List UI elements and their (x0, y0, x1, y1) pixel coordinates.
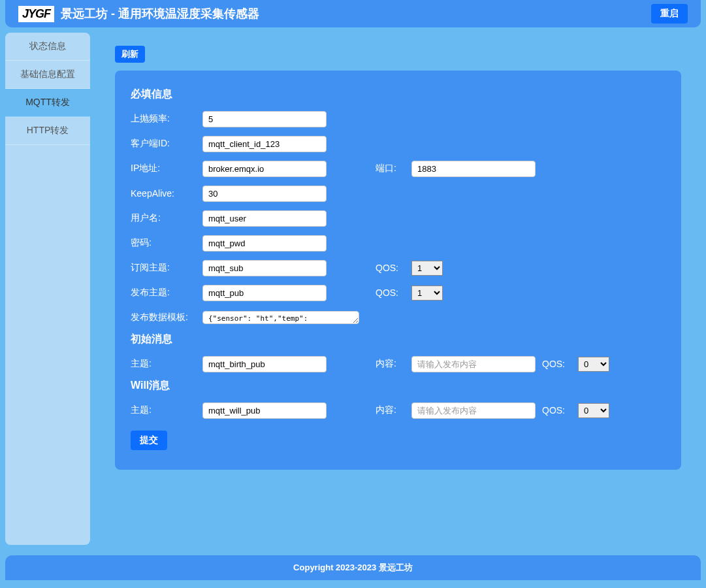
refresh-button[interactable]: 刷新 (115, 46, 145, 63)
reboot-button[interactable]: 重启 (651, 4, 688, 24)
client-id-input[interactable] (202, 136, 327, 152)
label-ip: IP地址: (131, 163, 196, 174)
will-qos-select[interactable]: 012 (578, 403, 609, 418)
upload-freq-input[interactable] (202, 111, 327, 127)
page-title: 景远工坊 - 通用环境温湿度采集传感器 (61, 6, 259, 22)
footer: Copyright 2023-2023 景远工坊 (5, 555, 701, 580)
label-will-qos: QOS: (542, 405, 571, 416)
sub-topic-input[interactable] (202, 260, 327, 276)
label-birth-content: 内容: (376, 358, 405, 370)
label-user: 用户名: (131, 212, 196, 224)
label-sub-topic: 订阅主题: (131, 262, 196, 274)
header: JYGF 景远工坊 - 通用环境温湿度采集传感器 重启 (5, 0, 701, 27)
sidebar-item-basic[interactable]: 基础信息配置 (5, 61, 90, 89)
sidebar-item-mqtt[interactable]: MQTT转发 (5, 89, 90, 117)
birth-qos-select[interactable]: 012 (578, 357, 609, 372)
sidebar-item-status[interactable]: 状态信息 (5, 33, 90, 61)
section-required: 必填信息 (131, 88, 666, 101)
label-birth-qos: QOS: (542, 359, 571, 369)
sidebar: 状态信息 基础信息配置 MQTT转发 HTTP转发 (5, 33, 90, 545)
label-sub-qos: QOS: (376, 263, 405, 273)
sub-qos-select[interactable]: 012 (411, 261, 443, 276)
submit-button[interactable]: 提交 (131, 431, 167, 450)
label-upload-freq: 上抛频率: (131, 113, 196, 125)
user-input[interactable] (202, 210, 327, 227)
ip-input[interactable] (202, 161, 327, 177)
label-will-content: 内容: (376, 404, 405, 416)
label-pass: 密码: (131, 237, 196, 249)
label-client-id: 客户端ID: (131, 138, 196, 150)
template-input[interactable] (202, 311, 359, 324)
birth-topic-input[interactable] (202, 356, 327, 372)
sidebar-item-http[interactable]: HTTP转发 (5, 117, 90, 145)
label-port: 端口: (376, 163, 405, 174)
will-content-input[interactable] (411, 402, 536, 419)
section-will: Will消息 (131, 379, 666, 393)
keepalive-input[interactable] (202, 186, 327, 202)
birth-content-input[interactable] (411, 356, 536, 372)
pub-qos-select[interactable]: 012 (411, 286, 443, 301)
label-template: 发布数据模板: (131, 312, 196, 323)
label-pub-qos: QOS: (376, 287, 405, 298)
will-topic-input[interactable] (202, 402, 327, 419)
pass-input[interactable] (202, 235, 327, 252)
port-input[interactable] (411, 161, 536, 177)
label-birth-topic: 主题: (131, 358, 196, 370)
pub-topic-input[interactable] (202, 285, 327, 301)
label-keepalive: KeepAlive: (131, 188, 196, 199)
section-init: 初始消息 (131, 333, 666, 346)
label-pub-topic: 发布主题: (131, 287, 196, 299)
label-will-topic: 主题: (131, 404, 196, 416)
logo: JYGF (18, 6, 54, 22)
content: 刷新 必填信息 上抛频率: 客户端ID: IP地址: 端口: (95, 33, 701, 545)
